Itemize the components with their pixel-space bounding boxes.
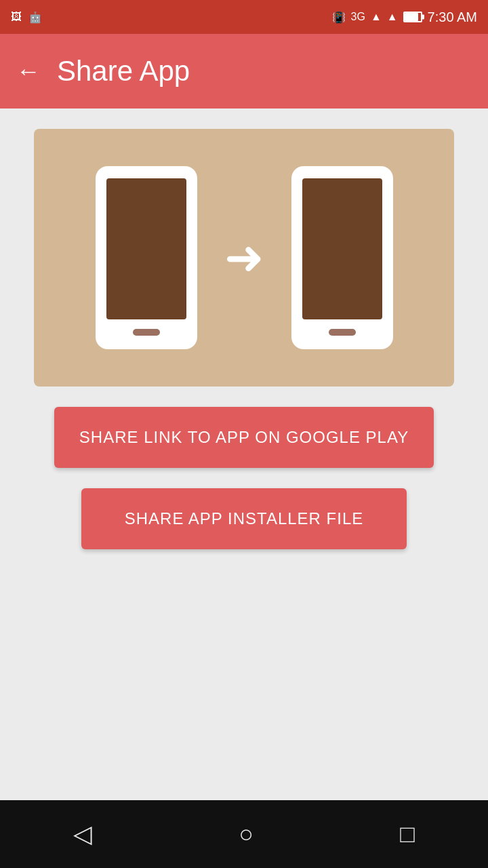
phone-source (96, 166, 197, 349)
signal-icon: ▲ (371, 11, 382, 23)
transfer-arrow-icon: ➜ (224, 234, 264, 281)
nav-home-icon[interactable]: ○ (239, 820, 253, 848)
nav-recent-icon[interactable]: □ (400, 820, 415, 848)
signal2-icon: ▲ (387, 11, 398, 23)
status-bar: 🖼 🤖 📳 3G ▲ ▲ 7:30 AM (0, 0, 488, 34)
share-installer-button[interactable]: SHARE APP INSTALLER FILE (81, 488, 407, 549)
status-bar-right-icons: 📳 3G ▲ ▲ 7:30 AM (332, 9, 477, 25)
phone-button-right (329, 329, 356, 336)
phone-screen-left (106, 178, 186, 319)
vibrate-icon: 📳 (332, 11, 346, 24)
status-bar-left-icons: 🖼 🤖 (11, 11, 42, 24)
share-illustration: ➜ (34, 129, 454, 387)
share-link-button[interactable]: SHARE LINK TO APP ON GOOGLE PLAY (54, 407, 434, 468)
android-icon: 🤖 (28, 11, 42, 24)
phone-screen-right (302, 178, 382, 319)
page-title: Share App (57, 55, 190, 87)
image-icon: 🖼 (11, 11, 22, 23)
battery-icon (403, 12, 422, 22)
network-icon: 3G (351, 11, 365, 23)
main-content: ➜ SHARE LINK TO APP ON GOOGLE PLAY SHARE… (0, 108, 488, 800)
nav-back-icon[interactable]: ◁ (73, 820, 92, 848)
phone-destination (291, 166, 393, 349)
app-bar: ← Share App (0, 34, 488, 108)
nav-bar: ◁ ○ □ (0, 800, 488, 868)
status-time: 7:30 AM (428, 9, 477, 25)
phone-button-left (133, 329, 160, 336)
back-button[interactable]: ← (16, 59, 41, 83)
